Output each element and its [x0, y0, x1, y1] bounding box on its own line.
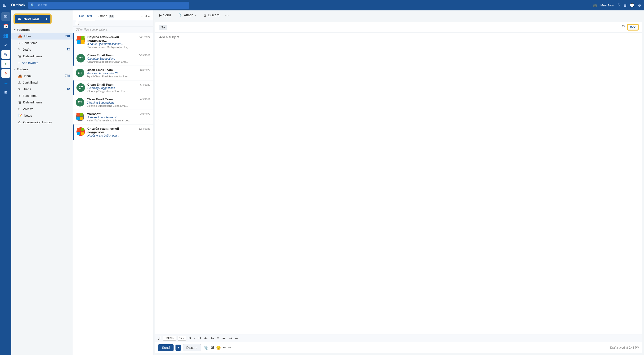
- other-header-text: Other New conversations: [76, 28, 108, 31]
- underline-button[interactable]: U: [198, 336, 202, 341]
- email-item[interactable]: CT Clean Email Team 6/4/2022 Cleaning Su…: [73, 80, 153, 95]
- sidebar-item-deleted-fav[interactable]: 🗑 Deleted Items: [11, 53, 73, 59]
- sidebar-item-junk[interactable]: ⚠ Junk Email: [11, 79, 73, 86]
- font-color-button[interactable]: A▾: [210, 336, 215, 341]
- settings-icon[interactable]: ⚙: [638, 3, 641, 7]
- svg-rect-3: [81, 40, 84, 44]
- list-button[interactable]: ≔: [222, 336, 226, 341]
- indent-button[interactable]: ⇥: [228, 336, 233, 341]
- font-selector[interactable]: Calibri ▾: [163, 336, 176, 341]
- align-button[interactable]: ≡: [216, 336, 220, 341]
- rail-tasks[interactable]: ✔: [2, 41, 10, 49]
- email-content: Clean Email Team 6/3/2022 Cleaning Sugge…: [87, 97, 150, 107]
- sidebar-item-archive[interactable]: 🗃 Archive: [11, 106, 73, 112]
- cc-button[interactable]: Cc: [622, 24, 626, 30]
- skype-icon[interactable]: S: [618, 3, 620, 7]
- send-toolbar-button[interactable]: ▶ Send: [157, 12, 173, 18]
- image-icon[interactable]: 🖼: [210, 346, 214, 350]
- rail-people[interactable]: 👥: [2, 31, 10, 40]
- sidebar-item-drafts-fav[interactable]: ✎ Drafts 12: [11, 46, 73, 53]
- avatar: [76, 127, 85, 136]
- email-item[interactable]: Служба технической поддержки... 6/21/202…: [73, 33, 153, 51]
- more-options-icon[interactable]: ···: [225, 13, 229, 18]
- to-input[interactable]: [170, 25, 619, 29]
- svg-rect-8: [77, 128, 80, 131]
- highlight-button[interactable]: A▾: [203, 336, 208, 341]
- select-all-checkbox[interactable]: [76, 22, 79, 25]
- email-subject: You can do more with Cl...: [87, 72, 150, 75]
- sidebar-item-notes[interactable]: 📝 Notes: [11, 112, 73, 119]
- btn-divider: [42, 16, 42, 21]
- email-preview: Cleaning Suggestions Clean Ema...: [87, 90, 150, 92]
- office-icon[interactable]: ⊞: [624, 3, 626, 7]
- new-mail-wrap: ✉ New mail ▾: [11, 12, 73, 26]
- rail-apps[interactable]: ⊞: [2, 88, 10, 97]
- filter-btn[interactable]: ≡ Filter: [141, 14, 150, 18]
- rail-powerpoint[interactable]: P: [2, 69, 10, 78]
- sidebar-item-sent[interactable]: ▷ Sent Items: [11, 92, 73, 99]
- video-icon[interactable]: 📹: [592, 3, 597, 7]
- archive-icon: 🗃: [18, 107, 21, 111]
- email-item[interactable]: Служба технической поддержки... 12/4/202…: [73, 124, 153, 140]
- svg-rect-4: [76, 113, 80, 116]
- sidebar-item-drafts[interactable]: ✎ Drafts 12: [11, 86, 73, 92]
- send-dropdown-button[interactable]: ▾: [176, 345, 181, 351]
- tab-other[interactable]: Other 98: [95, 12, 118, 20]
- email-preview: Hello, You're receiving this email bec..…: [87, 119, 150, 122]
- rail-onedrive[interactable]: ☁: [2, 79, 10, 87]
- sidebar-item-sent-fav[interactable]: ▷ Sent Items: [11, 39, 73, 46]
- discard-toolbar-button[interactable]: 🗑 Discard: [202, 12, 221, 18]
- search-icon: 🔍: [30, 3, 34, 7]
- email-item[interactable]: CT Clean Email Team 6/6/2022 You can do …: [73, 66, 153, 80]
- discard-button[interactable]: Discard: [183, 344, 201, 351]
- favorites-section[interactable]: ▾ Favorites: [11, 26, 73, 33]
- search-input[interactable]: [36, 3, 187, 7]
- meet-now-label[interactable]: Meet Now: [600, 3, 614, 7]
- email-time: 12/4/2021: [139, 127, 150, 130]
- folders-section[interactable]: ▾ Folders: [11, 66, 73, 72]
- subject-input[interactable]: [159, 35, 638, 39]
- signature-icon[interactable]: ✒: [223, 346, 226, 350]
- sidebar-item-inbox[interactable]: 📥 Inbox 748: [11, 72, 73, 79]
- attach-toolbar-button[interactable]: 📎 Attach ▾: [177, 12, 198, 18]
- new-mail-chevron-icon[interactable]: ▾: [46, 17, 47, 20]
- email-item[interactable]: CT Clean Email Team 6/19/2022 Cleaning S…: [73, 51, 153, 66]
- send-button[interactable]: Send: [158, 344, 174, 351]
- email-sender: Clean Email Team: [87, 53, 114, 57]
- tab-focused[interactable]: Focused: [76, 12, 95, 20]
- more-send-icon[interactable]: ···: [228, 346, 231, 350]
- new-mail-button[interactable]: ✉ New mail ▾: [14, 14, 51, 24]
- bcc-button[interactable]: Bcc: [628, 24, 638, 30]
- filter-icon: ≡: [141, 14, 143, 18]
- attach-label: Attach: [184, 13, 194, 17]
- sidebar-item-inbox-fav[interactable]: 📥 Inbox 748: [11, 33, 73, 39]
- send-btn-label: Send: [162, 346, 170, 350]
- email-item[interactable]: Microsoft 6/19/2022 Updates to our terms…: [73, 110, 153, 124]
- rail-calendar[interactable]: 📅: [2, 22, 10, 30]
- italic-button[interactable]: I: [193, 336, 196, 341]
- notes-label: Notes: [24, 114, 32, 117]
- avatar: [76, 36, 85, 44]
- email-top-row: Clean Email Team 6/6/2022: [87, 68, 150, 72]
- compose-editor[interactable]: [155, 42, 642, 334]
- sidebar: ✉ New mail ▾ ▾ Favorites 📥 Inbox 748 ▷ S…: [11, 10, 73, 355]
- email-item[interactable]: CT Clean Email Team 6/3/2022 Cleaning Su…: [73, 95, 153, 110]
- sidebar-item-add-favorite[interactable]: + Add favorite: [11, 59, 73, 66]
- rail-excel[interactable]: X: [2, 60, 10, 68]
- search-bar[interactable]: 🔍: [28, 2, 189, 9]
- emoji-icon[interactable]: 🙂: [216, 346, 221, 350]
- waffle-icon[interactable]: ⊞: [3, 2, 6, 8]
- rail-word[interactable]: W: [2, 50, 10, 59]
- more-format-icon[interactable]: ···: [234, 336, 239, 341]
- feedback-icon[interactable]: 💬: [630, 3, 634, 7]
- sidebar-item-deleted[interactable]: 🗑 Deleted Items: [11, 99, 73, 106]
- email-content: Microsoft 6/19/2022 Updates to our terms…: [87, 112, 150, 122]
- inbox-folder-icon: 📥: [18, 74, 22, 78]
- rail-mail[interactable]: ✉: [2, 12, 10, 21]
- deleted-icon: 🗑: [18, 54, 21, 58]
- bold-button[interactable]: B: [188, 336, 192, 341]
- sidebar-item-conversation-history[interactable]: 🗂 Conversation History: [11, 119, 73, 125]
- email-content: Clean Email Team 6/4/2022 Cleaning Sugge…: [87, 83, 150, 92]
- font-size-selector[interactable]: 12 ▾: [178, 336, 186, 341]
- paperclip-icon[interactable]: 📎: [204, 346, 208, 350]
